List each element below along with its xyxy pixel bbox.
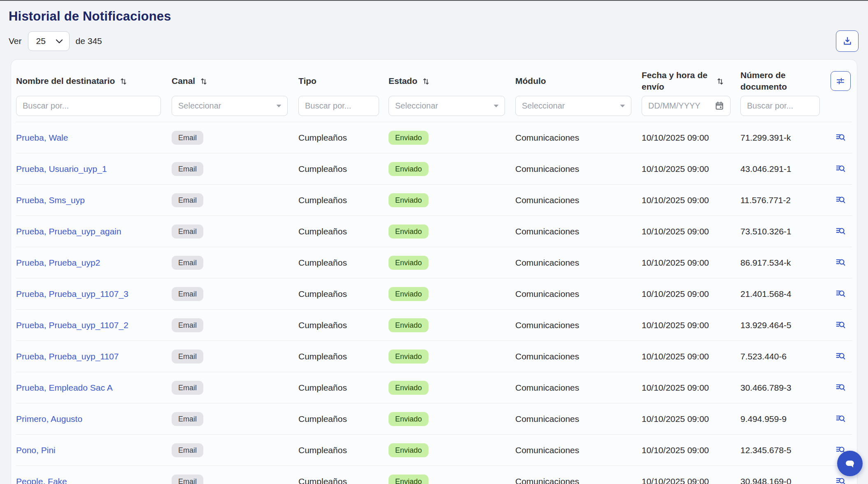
table-row: Prueba, Prueba_uyp_1107 Email Cumpleaños… <box>16 341 852 372</box>
column-header-nombre: Nombre del destinatario <box>16 75 115 87</box>
module-cell: Comunicaciones <box>515 352 642 361</box>
document-number-cell: 12.345.678-5 <box>740 445 829 455</box>
page-size-select[interactable]: 25 <box>28 31 70 51</box>
chat-launcher-button[interactable] <box>837 451 863 476</box>
list-search-icon <box>835 288 846 299</box>
view-details-button[interactable] <box>829 195 852 206</box>
view-details-button[interactable] <box>829 132 852 143</box>
column-header-fecha: Fecha y hora de envío <box>642 69 712 93</box>
channel-badge: Email <box>172 287 203 301</box>
filter-select-estado-placeholder: Seleccionar <box>395 101 438 111</box>
datetime-cell: 10/10/2025 09:00 <box>642 352 740 361</box>
list-search-icon <box>835 413 846 424</box>
module-cell: Comunicaciones <box>515 320 642 330</box>
view-details-button[interactable] <box>829 288 852 299</box>
status-badge: Enviado <box>389 412 428 426</box>
view-details-button[interactable] <box>829 382 852 393</box>
recipient-name-link[interactable]: Prueba, Empleado Sac A <box>16 383 113 392</box>
recipient-name-link[interactable]: Prueba, Prueba_uyp_1107_2 <box>16 320 128 330</box>
window-top-edge <box>0 0 868 1</box>
column-settings-button[interactable] <box>831 71 851 91</box>
module-cell: Comunicaciones <box>515 195 642 205</box>
view-details-button[interactable] <box>829 257 852 268</box>
document-number-cell: 86.917.534-k <box>740 258 829 268</box>
recipient-name-link[interactable]: Prueba, Prueba_uyp_again <box>16 227 121 236</box>
type-cell: Cumpleaños <box>298 352 389 361</box>
channel-badge: Email <box>172 350 203 364</box>
table-row: Pono, Pini Email Cumpleaños Enviado Comu… <box>16 435 852 466</box>
table-header: Nombre del destinatario Canal Tipo Estad… <box>16 60 852 122</box>
table-row: Prueba, Empleado Sac A Email Cumpleaños … <box>16 372 852 403</box>
notifications-table: Nombre del destinatario Canal Tipo Estad… <box>11 59 857 484</box>
list-search-icon <box>835 195 846 206</box>
channel-badge: Email <box>172 256 203 270</box>
document-number-cell: 13.929.464-5 <box>740 320 829 330</box>
channel-badge: Email <box>172 225 203 239</box>
filter-input-nombre[interactable] <box>16 96 161 116</box>
datetime-cell: 10/10/2025 09:00 <box>642 164 740 174</box>
module-cell: Comunicaciones <box>515 164 642 174</box>
status-badge: Enviado <box>389 131 428 145</box>
channel-badge: Email <box>172 381 203 395</box>
view-details-button[interactable] <box>829 320 852 331</box>
column-header-documento: Número de documento <box>740 69 806 93</box>
table-row: Prueba, Prueba_uyp_1107_3 Email Cumpleañ… <box>16 278 852 310</box>
status-badge: Enviado <box>389 443 428 457</box>
view-details-button[interactable] <box>829 476 852 484</box>
recipient-name-link[interactable]: Prueba, Sms_uyp <box>16 195 85 205</box>
datetime-cell: 10/10/2025 09:00 <box>642 414 740 424</box>
filter-select-modulo-placeholder: Seleccionar <box>522 101 565 111</box>
recipient-name-link[interactable]: Prueba, Prueba_uyp_1107_3 <box>16 289 128 299</box>
sort-arrows-icon[interactable] <box>119 77 128 86</box>
table-row: Prueba, Prueba_uyp_again Email Cumpleaño… <box>16 216 852 247</box>
chevron-down-icon <box>620 104 625 108</box>
sort-arrows-icon[interactable] <box>200 77 208 86</box>
filter-select-canal[interactable]: Seleccionar <box>172 96 288 116</box>
list-search-icon <box>835 132 846 143</box>
datetime-cell: 10/10/2025 09:00 <box>642 258 740 268</box>
chevron-down-icon <box>493 104 499 108</box>
sliders-icon <box>835 76 845 86</box>
recipient-name-link[interactable]: Prueba, Usuario_uyp_1 <box>16 164 107 174</box>
filter-input-documento[interactable] <box>740 96 820 116</box>
download-tray-icon <box>842 36 853 46</box>
channel-badge: Email <box>172 193 203 207</box>
recipient-name-link[interactable]: Primero, Augusto <box>16 414 82 424</box>
recipient-name-link[interactable]: Prueba, Prueba_uyp2 <box>16 258 100 267</box>
filter-select-estado[interactable]: Seleccionar <box>389 96 505 116</box>
view-details-button[interactable] <box>829 226 852 237</box>
type-cell: Cumpleaños <box>298 477 389 484</box>
type-cell: Cumpleaños <box>298 320 389 330</box>
recipient-name-link[interactable]: Prueba, Prueba_uyp_1107 <box>16 352 119 361</box>
recipient-name-link[interactable]: Prueba, Wale <box>16 133 68 142</box>
filter-date-fecha[interactable]: DD/MM/YYYY <box>642 96 731 116</box>
download-button[interactable] <box>836 30 859 52</box>
view-details-button[interactable] <box>829 351 852 362</box>
status-badge: Enviado <box>389 225 428 239</box>
channel-badge: Email <box>172 131 203 145</box>
status-badge: Enviado <box>389 318 428 332</box>
datetime-cell: 10/10/2025 09:00 <box>642 195 740 205</box>
module-cell: Comunicaciones <box>515 383 642 393</box>
recipient-name-link[interactable]: Pono, Pini <box>16 445 56 455</box>
filter-input-tipo[interactable] <box>298 96 379 116</box>
sort-arrows-icon[interactable] <box>716 77 724 86</box>
view-details-button[interactable] <box>829 163 852 174</box>
type-cell: Cumpleaños <box>298 227 389 236</box>
document-number-cell: 30.948.169-0 <box>740 477 829 484</box>
sort-arrows-icon[interactable] <box>422 77 430 86</box>
filter-select-canal-placeholder: Seleccionar <box>178 101 221 111</box>
list-search-icon <box>835 163 846 174</box>
document-number-cell: 9.494.959-9 <box>740 414 829 424</box>
datetime-cell: 10/10/2025 09:00 <box>642 227 740 236</box>
view-details-button[interactable] <box>829 413 852 424</box>
table-row: Prueba, Prueba_uyp2 Email Cumpleaños Env… <box>16 247 852 278</box>
recipient-name-link[interactable]: People, Fake <box>16 477 67 484</box>
type-cell: Cumpleaños <box>298 133 389 143</box>
list-search-icon <box>835 257 846 268</box>
document-number-cell: 43.046.291-1 <box>740 164 829 174</box>
filter-select-modulo[interactable]: Seleccionar <box>515 96 631 116</box>
table-row: Prueba, Usuario_uyp_1 Email Cumpleaños E… <box>16 153 852 185</box>
datetime-cell: 10/10/2025 09:00 <box>642 289 740 299</box>
module-cell: Comunicaciones <box>515 258 642 268</box>
